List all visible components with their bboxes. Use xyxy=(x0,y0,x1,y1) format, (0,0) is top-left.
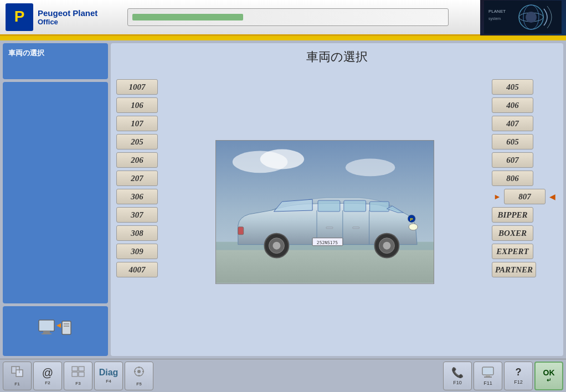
peugeot-logo: P xyxy=(6,3,33,31)
model-btn-106[interactable]: 106 xyxy=(116,97,158,113)
pc-connection-icon xyxy=(38,319,73,343)
svg-point-19 xyxy=(346,158,395,176)
model-btn-607[interactable]: 607 xyxy=(492,152,533,168)
model-btn-205[interactable]: 205 xyxy=(116,134,158,149)
svg-point-25 xyxy=(409,224,418,230)
model-btn-307[interactable]: 307 xyxy=(116,207,158,223)
svg-rect-26 xyxy=(238,227,244,235)
model-btn-605[interactable]: 605 xyxy=(492,134,533,149)
footer-btn-f5[interactable]: F5 xyxy=(125,362,153,390)
ok-button[interactable]: OK ↵ xyxy=(534,362,563,390)
f4-icon: Diag xyxy=(99,368,119,378)
f1-icon xyxy=(11,365,24,380)
model-btn-406[interactable]: 406 xyxy=(492,97,533,113)
model-btn-306[interactable]: 306 xyxy=(116,189,158,204)
footer-btn-f4[interactable]: Diag F4 xyxy=(94,362,123,390)
model-btn-807[interactable]: 807 xyxy=(504,189,546,204)
yellow-bar xyxy=(0,36,566,40)
svg-rect-14 xyxy=(64,323,69,324)
prev-arrow[interactable]: ► xyxy=(492,189,503,204)
model-btn-partner[interactable]: PARTNER xyxy=(492,262,536,277)
right-model-buttons: 405 406 407 605 607 806 ► 807 ◀ BIPPER B… xyxy=(492,74,558,350)
model-btn-1007[interactable]: 1007 xyxy=(116,79,158,95)
footer-btn-f12[interactable]: ? F12 xyxy=(504,362,533,390)
f10-label: F10 xyxy=(453,380,462,385)
nav-progress-bar xyxy=(132,14,243,20)
svg-rect-9 xyxy=(39,320,54,331)
svg-rect-47 xyxy=(79,367,84,371)
logo-area: P Peugeot Planet Office xyxy=(0,1,122,34)
svg-rect-10 xyxy=(43,331,50,333)
svg-text:P: P xyxy=(410,217,414,222)
ok-arrow: ↵ xyxy=(547,377,551,383)
model-btn-boxer[interactable]: BOXER xyxy=(492,225,533,241)
model-btn-206[interactable]: 206 xyxy=(116,152,158,168)
model-807-row: ► 807 ◀ xyxy=(492,189,558,204)
left-model-buttons: 1007 106 107 205 206 207 306 307 308 309… xyxy=(116,74,158,350)
svg-rect-49 xyxy=(79,372,84,376)
footer-btn-f11[interactable]: F11 xyxy=(474,362,502,390)
main-area: 車両の選択 車両の選択 xyxy=(0,40,566,359)
f10-icon: 📞 xyxy=(451,367,464,379)
brand-sub: Office xyxy=(38,18,97,26)
svg-rect-48 xyxy=(72,372,78,376)
svg-rect-11 xyxy=(42,333,52,334)
model-btn-expert[interactable]: EXPERT xyxy=(492,244,533,259)
vehicle-grid: 1007 106 107 205 206 207 306 307 308 309… xyxy=(116,74,558,350)
svg-text:252NS175: 252NS175 xyxy=(317,240,338,245)
svg-rect-22 xyxy=(318,200,340,212)
footer-btn-f1[interactable]: F1 xyxy=(3,362,32,390)
svg-rect-13 xyxy=(62,321,71,334)
footer-toolbar: F1 @ F2 F3 Diag F4 xyxy=(0,359,566,392)
ok-label: OK xyxy=(543,368,555,377)
sidebar-vehicle-label: 車両の選択 xyxy=(8,49,44,57)
sidebar-bottom xyxy=(3,306,108,356)
f3-label: F3 xyxy=(75,381,80,386)
svg-rect-24 xyxy=(370,202,389,212)
content-area: 車両の選択 1007 106 107 205 206 207 306 307 3… xyxy=(111,43,563,356)
model-btn-405[interactable]: 405 xyxy=(492,79,533,95)
f3-icon xyxy=(71,366,85,380)
page-title: 車両の選択 xyxy=(116,49,558,65)
car-photo: 252NS175 P xyxy=(215,140,434,284)
nav-input xyxy=(127,8,449,26)
svg-text:system: system xyxy=(488,17,501,21)
svg-rect-15 xyxy=(64,326,69,327)
svg-marker-12 xyxy=(56,323,61,328)
footer-btn-f10[interactable]: 📞 F10 xyxy=(443,362,472,390)
model-btn-309[interactable]: 309 xyxy=(116,244,158,259)
svg-rect-57 xyxy=(486,375,490,376)
next-arrow[interactable]: ◀ xyxy=(547,189,558,204)
f12-icon: ? xyxy=(516,367,522,378)
f2-label: F2 xyxy=(45,380,50,385)
model-btn-107[interactable]: 107 xyxy=(116,116,158,131)
svg-point-6 xyxy=(526,12,537,23)
model-btn-407[interactable]: 407 xyxy=(492,116,533,131)
f4-label: F4 xyxy=(106,379,111,384)
svg-rect-31 xyxy=(353,227,359,229)
svg-point-34 xyxy=(272,242,280,250)
center-car-image: 252NS175 P xyxy=(163,74,486,350)
model-btn-308[interactable]: 308 xyxy=(116,225,158,241)
footer-btn-f2[interactable]: @ F2 xyxy=(33,362,62,390)
model-btn-4007[interactable]: 4007 xyxy=(116,262,158,277)
footer-btn-f3[interactable]: F3 xyxy=(64,362,92,390)
svg-point-18 xyxy=(260,149,305,169)
brand-name: Peugeot Planet xyxy=(38,8,97,18)
f1-label: F1 xyxy=(14,381,19,386)
f11-label: F11 xyxy=(483,380,492,386)
svg-point-51 xyxy=(137,370,141,373)
f5-label: F5 xyxy=(136,381,141,386)
nav-bar xyxy=(122,8,480,26)
sidebar: 車両の選択 xyxy=(0,40,111,359)
svg-rect-30 xyxy=(326,227,333,229)
svg-rect-56 xyxy=(482,367,493,375)
model-btn-806[interactable]: 806 xyxy=(492,171,533,186)
brand-text: Peugeot Planet Office xyxy=(38,8,97,26)
model-btn-207[interactable]: 207 xyxy=(116,171,158,186)
svg-text:P: P xyxy=(14,8,25,25)
planet-logo: PLANET system xyxy=(480,0,566,35)
svg-text:PLANET: PLANET xyxy=(488,9,506,14)
model-btn-bipper[interactable]: BIPPER xyxy=(492,207,533,223)
f5-icon xyxy=(132,365,146,380)
